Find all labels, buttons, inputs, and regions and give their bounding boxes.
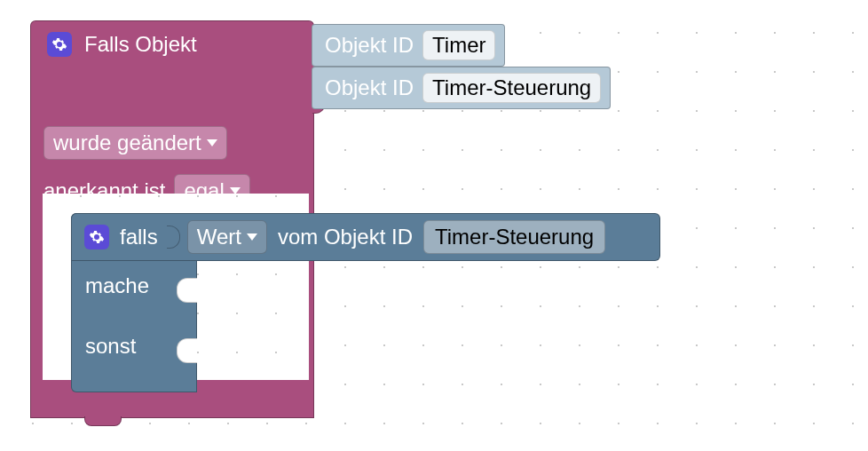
else-slot[interactable] [177, 338, 197, 363]
object-id-label: Objekt ID [325, 33, 414, 58]
object-id-value[interactable]: Timer-Steuerung [422, 73, 601, 103]
chevron-down-icon [207, 139, 217, 146]
input-connector [167, 226, 180, 249]
gear-icon[interactable] [84, 225, 109, 249]
dropdown-label: wurde geändert [53, 131, 201, 155]
value-dropdown[interactable]: Wert [187, 220, 267, 254]
condition-dropdown[interactable]: wurde geändert [43, 126, 227, 160]
do-label: mache [85, 273, 149, 298]
object-id-label: Objekt ID [325, 75, 414, 100]
if-label: falls [120, 225, 158, 249]
gear-icon[interactable] [47, 32, 72, 57]
object-id-value[interactable]: Timer-Steuerung [423, 220, 605, 254]
object-id-block[interactable]: Objekt ID Timer-Steuerung [312, 67, 611, 109]
chevron-down-icon [247, 233, 257, 241]
object-id-value[interactable]: Timer [422, 30, 495, 60]
do-slot[interactable] [177, 278, 197, 303]
else-label: sonst [85, 334, 136, 359]
dropdown-label: Wert [197, 225, 241, 249]
if-else-block[interactable]: falls Wert vom Objekt ID Timer-Steuerung [71, 213, 660, 261]
trigger-title: Falls Objekt [84, 32, 197, 57]
from-object-label: vom Objekt ID [278, 225, 413, 249]
object-id-block[interactable]: Objekt ID Timer [312, 24, 505, 67]
block-connector [84, 416, 122, 426]
